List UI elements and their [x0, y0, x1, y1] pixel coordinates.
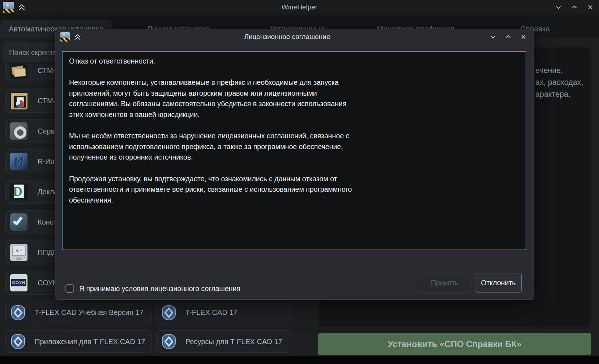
check-monitor-icon	[10, 213, 27, 231]
description-text-line: ах, расходах,	[535, 78, 583, 87]
tflex-shield-icon	[161, 305, 177, 321]
minimize-button[interactable]	[487, 31, 500, 43]
minimize-button[interactable]	[552, 1, 565, 13]
description-text-line: ечение,	[535, 66, 563, 75]
decline-button[interactable]: Отклонить	[475, 273, 522, 292]
accept-terms-checkbox[interactable]	[65, 284, 74, 293]
letter-icon: И	[10, 153, 27, 170]
tflex-shield-icon	[10, 334, 26, 350]
maximize-button[interactable]	[502, 31, 515, 43]
dialog-window-controls	[487, 29, 530, 44]
desktop: WineHelper Автоматическая установка Ручн…	[0, 0, 599, 364]
crt-monitor-icon: ч.2	[10, 244, 27, 261]
close-button[interactable]	[517, 31, 530, 43]
card-tflex-edu[interactable]: T-FLEX CAD Учебная Версия 17	[5, 301, 152, 324]
folders-icon	[10, 64, 27, 79]
license-agreement-dialog: Лицензионное соглашение Отказ от ответст…	[55, 29, 534, 300]
dialog-title: Лицензионное соглашение	[88, 33, 487, 41]
accept-terms-row: Я принимаю условия лицензионного соглаше…	[65, 284, 240, 293]
window-title: WineHelper	[0, 3, 599, 11]
card-tflex-resources[interactable]: Ресурсы для T-FLEX CAD 17	[156, 330, 292, 353]
document-icon: D	[10, 183, 27, 200]
keep-above-icon[interactable]	[74, 34, 81, 40]
install-spo-spravki-bk-button[interactable]: Установить «СПО Справки БК»	[318, 333, 591, 355]
close-button[interactable]	[584, 1, 597, 13]
accept-terms-label: Я принимаю условия лицензионного соглаше…	[79, 285, 240, 293]
tflex-shield-icon	[10, 305, 26, 321]
ring-icon	[10, 122, 27, 140]
main-titlebar: WineHelper	[0, 0, 599, 14]
soun-logo-icon: СОУН	[10, 274, 27, 291]
accept-button[interactable]: Принять	[419, 273, 470, 292]
gear-icon	[63, 33, 65, 36]
dialog-titlebar: Лицензионное соглашение	[55, 29, 534, 44]
card-tflex-apps[interactable]: Приложения для T-FLEX CAD 17	[5, 330, 152, 353]
picture-frame-chart-icon	[10, 92, 27, 109]
license-text: Отказ от ответственности: Некоторые комп…	[69, 56, 519, 205]
winehelper-app-icon	[60, 32, 70, 42]
card-tflex-cad17[interactable]: T-FLEX CAD 17	[156, 301, 292, 324]
maximize-button[interactable]	[568, 1, 581, 13]
window-controls	[552, 0, 597, 14]
tflex-shield-icon	[161, 334, 177, 350]
license-text-area[interactable]: Отказ от ответственности: Некоторые комп…	[62, 51, 526, 250]
description-text-line: арактера.	[535, 90, 570, 99]
